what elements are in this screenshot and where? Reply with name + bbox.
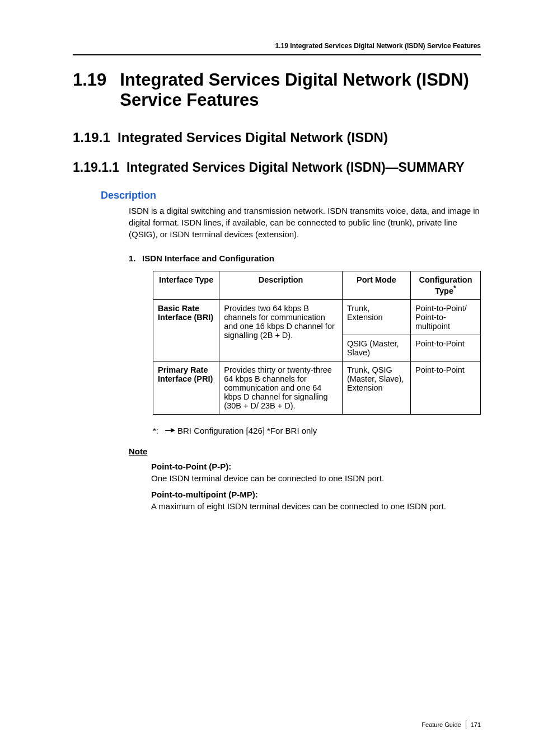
- footnote-marker: *:: [153, 426, 165, 435]
- note-body: Point-to-Point (P-P): One ISDN terminal …: [151, 461, 481, 512]
- note-item-head: Point-to-multipoint (P-MP):: [151, 489, 481, 500]
- section-number: 1.19: [73, 70, 106, 90]
- subsubsection-heading: 1.19.1.1 Integrated Services Digital Net…: [73, 160, 481, 175]
- cell-port-bri-2: QSIG (Master, Slave): [342, 335, 410, 361]
- page-footer: Feature Guide 171: [421, 720, 481, 729]
- table-footnote: *: BRI Configuration [426] *For BRI only: [153, 426, 481, 435]
- subsubsection-title: Integrated Services Digital Network (ISD…: [127, 160, 465, 175]
- th-port-mode: Port Mode: [342, 271, 410, 300]
- th-description: Description: [219, 271, 343, 300]
- config-table: Interface Type Description Port Mode Con…: [153, 271, 481, 415]
- numbered-item-number: 1.: [129, 253, 142, 263]
- note-item-body: One ISDN terminal device can be connecte…: [151, 472, 481, 484]
- section-heading: 1.19 Integrated Services Digital Network…: [73, 70, 481, 110]
- numbered-item: 1.ISDN Interface and Configuration: [129, 253, 481, 263]
- subsection-title: Integrated Services Digital Network (ISD…: [118, 130, 388, 145]
- subsection-heading: 1.19.1 Integrated Services Digital Netwo…: [73, 130, 481, 145]
- note-item-body: A maximum of eight ISDN terminal devices…: [151, 500, 481, 512]
- description-body: ISDN is a digital switching and transmis…: [129, 205, 481, 240]
- arrow-right-icon: [165, 428, 175, 434]
- cell-conf-bri-2: Point-to-Point: [410, 335, 480, 361]
- numbered-item-text: ISDN Interface and Configuration: [142, 253, 274, 263]
- footnote-text: BRI Configuration [426] *For BRI only: [177, 426, 317, 435]
- subsubsection-number: 1.19.1.1: [73, 160, 119, 175]
- section-title: Integrated Services Digital Network (ISD…: [120, 70, 469, 110]
- footer-separator: [466, 720, 466, 729]
- footer-page-number: 171: [471, 721, 481, 728]
- table-row: Primary Rate Interface (PRI) Provides th…: [153, 361, 481, 415]
- subsection-number: 1.19.1: [73, 130, 110, 145]
- table-row: Basic Rate Interface (BRI) Provides two …: [153, 300, 481, 335]
- section-title-line2: Service Features: [120, 90, 259, 110]
- cell-port-bri-1: Trunk, Extension: [342, 300, 410, 335]
- table-header-row: Interface Type Description Port Mode Con…: [153, 271, 481, 300]
- cell-iface-pri: Primary Rate Interface (PRI): [153, 361, 219, 415]
- cell-conf-bri-1: Point-to-Point/ Point-to-multipoint: [410, 300, 480, 335]
- cell-port-pri: Trunk, QSIG (Master, Slave), Extension: [342, 361, 410, 415]
- cell-desc-pri: Provides thirty or twenty-three 64 kbps …: [219, 361, 343, 415]
- cell-iface-bri: Basic Rate Interface (BRI): [153, 300, 219, 361]
- cell-desc-bri: Provides two 64 kbps B channels for comm…: [219, 300, 343, 361]
- note-item-head: Point-to-Point (P-P):: [151, 461, 481, 472]
- th-configuration-type-text: Configuration Type: [419, 275, 472, 295]
- header-rule: [73, 54, 481, 55]
- note-heading: Note: [129, 447, 481, 456]
- th-configuration-type-footnote: *: [453, 284, 456, 292]
- cell-conf-pri: Point-to-Point: [410, 361, 480, 415]
- running-head: 1.19 Integrated Services Digital Network…: [73, 42, 481, 50]
- description-heading: Description: [101, 190, 481, 201]
- footer-label: Feature Guide: [421, 721, 461, 728]
- th-configuration-type: Configuration Type*: [410, 271, 480, 300]
- section-title-line1: Integrated Services Digital Network (ISD…: [120, 70, 469, 90]
- th-interface-type: Interface Type: [153, 271, 219, 300]
